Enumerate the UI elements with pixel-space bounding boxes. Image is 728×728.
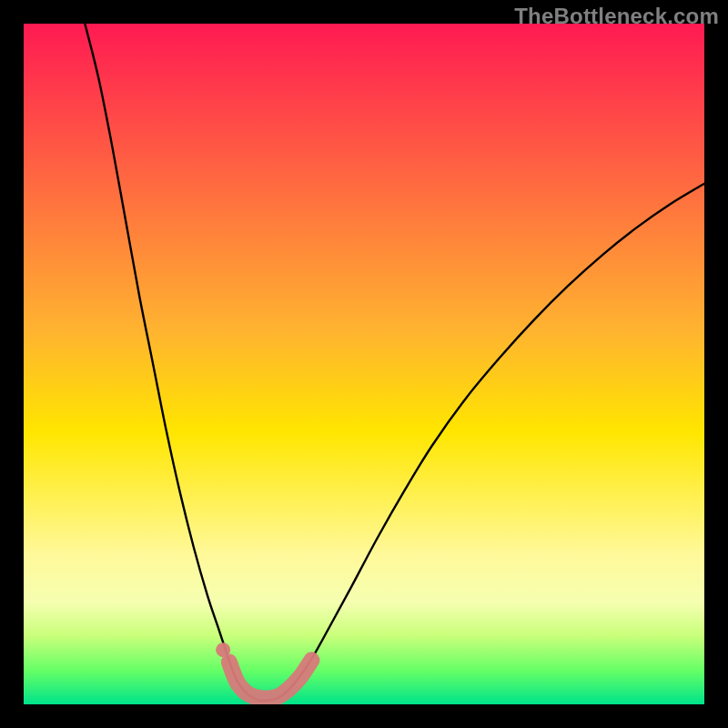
watermark-label: TheBottleneck.com [514, 4, 719, 29]
bottleneck-chart [0, 0, 728, 728]
optimal-zone-dot [216, 642, 230, 657]
svg-rect-3 [0, 704, 728, 728]
svg-rect-4 [0, 0, 24, 728]
svg-rect-5 [704, 0, 728, 728]
svg-rect-1 [24, 24, 704, 704]
chart-container: TheBottleneck.com [0, 0, 728, 728]
